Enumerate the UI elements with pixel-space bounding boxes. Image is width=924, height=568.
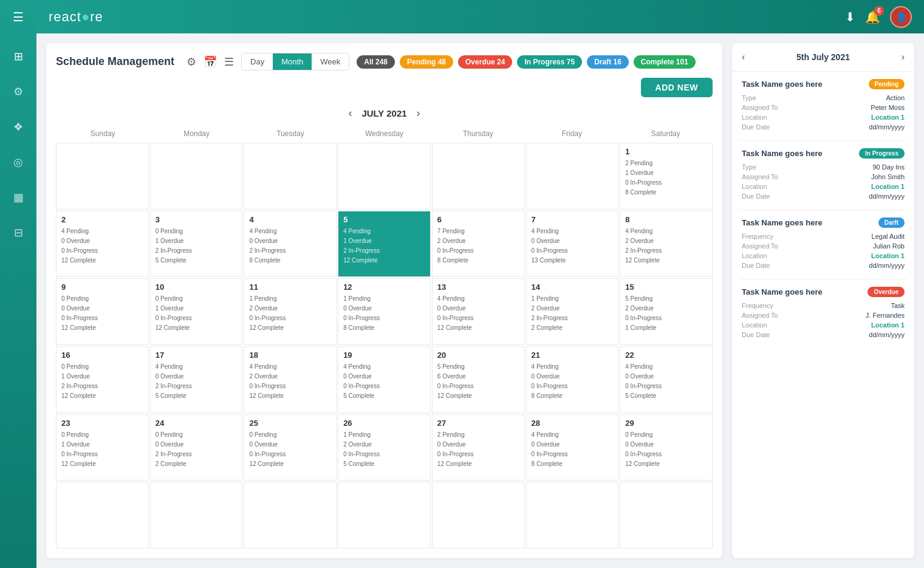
avatar[interactable]: 👤 [890, 6, 912, 28]
sidebar-nav: ⊞ ⚙ ❖ ◎ ▦ ⊟ [7, 46, 29, 244]
calendar-day-29[interactable]: 290 Pending0 Overdue0 In-Progress12 Comp… [620, 414, 713, 481]
prev-month-button[interactable]: ‹ [348, 107, 352, 120]
calendar-day-5[interactable]: 54 Pending1 Overdue2 In-Progress12 Compl… [338, 211, 431, 278]
badge-inprogress[interactable]: In Progress 75 [517, 55, 582, 69]
sidebar: ☰ ⊞ ⚙ ❖ ◎ ▦ ⊟ [0, 0, 36, 568]
task-detail-location-3: Location Location 1 [742, 321, 905, 329]
calendar-day-8[interactable]: 84 Pending2 Overdue2 In-Progress12 Compl… [620, 211, 713, 278]
badge-draft[interactable]: Draft 16 [587, 55, 629, 69]
calendar-week-3: 160 Pending1 Overdue2 In-Progress12 Comp… [56, 346, 713, 413]
task-value4-2: dd/mm/yyyy [869, 262, 905, 269]
day-stats: 2 Pending1 Overdue0 In-Progress8 Complet… [625, 159, 707, 197]
task-detail-duedate-3: Due Date dd/mm/yyyy [742, 331, 905, 338]
calendar-day-28[interactable]: 284 Pending0 Overdue0 In-Progress8 Compl… [526, 414, 619, 481]
calendar-day-27[interactable]: 272 Pending0 Overdue0 In-Progress12 Comp… [432, 414, 525, 481]
task-detail-assigned-0: Assigned To Peter Moss [742, 104, 905, 111]
day-stats: 5 Pending6 Overdue0 In-Progress12 Comple… [437, 362, 519, 401]
badge-pending[interactable]: Pending 48 [400, 55, 453, 69]
sidebar-item-circle[interactable]: ◎ [7, 151, 29, 173]
task-card-3[interactable]: Task Name goes here Overdue Frequency Ta… [739, 279, 907, 348]
col-friday: Friday [525, 127, 618, 140]
week-view-button[interactable]: Week [312, 53, 349, 70]
day-number: 8 [625, 215, 707, 224]
calendar-day-empty-0-2 [244, 143, 337, 210]
settings-toolbar-icon[interactable]: ⚙ [187, 55, 196, 69]
toolbar: Schedule Management ⚙ 📅 ☰ Day Month Week… [56, 53, 713, 97]
task-label4-0: Due Date [742, 123, 770, 131]
notification-icon[interactable]: 🔔 6 [865, 10, 880, 24]
day-stats: 0 Pending0 Overdue2 In-Progress2 Complet… [156, 430, 238, 469]
calendar-day-6[interactable]: 67 Pending2 Overdue0 In-Progress8 Comple… [432, 211, 525, 278]
calendar-day-4[interactable]: 44 Pending0 Overdue2 In-Progress8 Comple… [244, 211, 337, 278]
task-label3-1: Location [742, 183, 767, 190]
task-card-2[interactable]: Task Name goes here Darft Frequency Lega… [739, 210, 907, 279]
calendar-day-23[interactable]: 230 Pending1 Overdue0 In-Progress12 Comp… [56, 414, 149, 481]
task-card-0[interactable]: Task Name goes here Pending Type Action … [739, 72, 907, 141]
sidebar-item-dashboard[interactable]: ⊟ [7, 222, 29, 244]
day-stats: 4 Pending0 Overdue0 In-Progress5 Complet… [625, 362, 707, 401]
task-value4-0: dd/mm/yyyy [869, 123, 905, 131]
task-label2-2: Assigned To [742, 242, 778, 250]
calendar-day-empty-5-2 [244, 482, 337, 549]
day-stats: 4 Pending1 Overdue2 In-Progress12 Comple… [343, 227, 425, 265]
sidebar-item-table[interactable]: ▦ [7, 186, 29, 208]
day-stats: 4 Pending2 Overdue2 In-Progress12 Comple… [625, 227, 707, 265]
calendar-day-24[interactable]: 240 Pending0 Overdue2 In-Progress2 Compl… [150, 414, 243, 481]
badge-complete[interactable]: Complete 101 [634, 55, 696, 69]
day-stats: 0 Pending0 Overdue0 In-Progress12 Comple… [625, 430, 707, 469]
calendar-day-26[interactable]: 261 Pending2 Overdue0 In-Progress5 Compl… [338, 414, 431, 481]
calendar-day-18[interactable]: 184 Pending2 Overdue0 In-Progress12 Comp… [244, 346, 337, 413]
calendar-day-10[interactable]: 100 Pending1 Overdue0 In-Progress12 Comp… [150, 278, 243, 345]
day-number: 19 [343, 351, 425, 360]
calendar-day-14[interactable]: 141 Pending2 Overdue2 In-Progress2 Compl… [526, 278, 619, 345]
col-saturday: Saturday [619, 127, 713, 140]
download-icon[interactable]: ⬇ [845, 10, 855, 24]
calendar-toolbar-icon[interactable]: 📅 [204, 55, 217, 69]
badge-overdue[interactable]: Overdue 24 [458, 55, 512, 69]
calendar-week-1: 24 Pending0 Overdue0 In-Progress12 Compl… [56, 211, 713, 278]
topnav: react●re ⬇ 🔔 6 👤 [36, 0, 924, 33]
calendar-day-16[interactable]: 160 Pending1 Overdue2 In-Progress12 Comp… [56, 346, 149, 413]
next-month-button[interactable]: › [417, 107, 420, 120]
add-new-button[interactable]: ADD NEW [641, 78, 713, 97]
calendar-day-25[interactable]: 250 Pending0 Overdue0 In-Progress12 Comp… [244, 414, 337, 481]
calendar-day-13[interactable]: 134 Pending0 Overdue0 In-Progress12 Comp… [432, 278, 525, 345]
list-toolbar-icon[interactable]: ☰ [224, 55, 234, 69]
sidebar-item-settings[interactable]: ⚙ [7, 81, 29, 103]
task-label4-2: Due Date [742, 262, 770, 269]
calendar-day-1[interactable]: 12 Pending1 Overdue0 In-Progress8 Comple… [620, 143, 713, 210]
task-header-1: Task Name goes here In Progress [742, 148, 905, 159]
prev-day-button[interactable]: ‹ [742, 52, 745, 63]
day-number: 5 [343, 215, 425, 224]
month-year-label: JULY 2021 [361, 108, 406, 118]
calendar-day-22[interactable]: 224 Pending0 Overdue0 In-Progress5 Compl… [620, 346, 713, 413]
calendar-header: Sunday Monday Tuesday Wednesday Thursday… [56, 127, 713, 140]
task-value1-1: 90 Day Ins [872, 163, 905, 171]
day-number: 4 [249, 215, 331, 224]
day-stats: 1 Pending2 Overdue0 In-Progress12 Comple… [249, 294, 331, 333]
task-card-1[interactable]: Task Name goes here In Progress Type 90 … [739, 141, 907, 210]
calendar-panel: Schedule Management ⚙ 📅 ☰ Day Month Week… [46, 43, 722, 558]
task-label1-1: Type [742, 163, 756, 171]
calendar-day-3[interactable]: 30 Pending1 Overdue2 In-Progress5 Comple… [150, 211, 243, 278]
calendar-day-2[interactable]: 24 Pending0 Overdue0 In-Progress12 Compl… [56, 211, 149, 278]
day-view-button[interactable]: Day [242, 53, 273, 70]
next-day-button[interactable]: › [902, 52, 905, 63]
calendar-day-17[interactable]: 174 Pending0 Overdue2 In-Progress5 Compl… [150, 346, 243, 413]
badge-all[interactable]: All 248 [357, 55, 395, 69]
day-stats: 0 Pending1 Overdue2 In-Progress5 Complet… [156, 227, 238, 265]
month-view-button[interactable]: Month [273, 53, 312, 70]
calendar-day-20[interactable]: 205 Pending6 Overdue0 In-Progress12 Comp… [432, 346, 525, 413]
hamburger-menu[interactable]: ☰ [0, 0, 36, 33]
calendar-day-9[interactable]: 90 Pending0 Overdue0 In-Progress12 Compl… [56, 278, 149, 345]
calendar-day-19[interactable]: 194 Pending0 Overdue0 In-Progress5 Compl… [338, 346, 431, 413]
calendar-day-15[interactable]: 155 Pending2 Overdue0 In-Progress1 Compl… [620, 278, 713, 345]
day-number: 29 [625, 419, 707, 428]
calendar-day-12[interactable]: 121 Pending0 Overdue0 In-Progress8 Compl… [338, 278, 431, 345]
calendar-day-11[interactable]: 111 Pending2 Overdue0 In-Progress12 Comp… [244, 278, 337, 345]
sidebar-item-apps[interactable]: ❖ [7, 116, 29, 138]
calendar-day-21[interactable]: 214 Pending0 Overdue0 In-Progress8 Compl… [526, 346, 619, 413]
sidebar-item-grid[interactable]: ⊞ [7, 46, 29, 67]
task-header-3: Task Name goes here Overdue [742, 287, 905, 297]
calendar-day-7[interactable]: 74 Pending0 Overdue0 In-Progress13 Compl… [526, 211, 619, 278]
